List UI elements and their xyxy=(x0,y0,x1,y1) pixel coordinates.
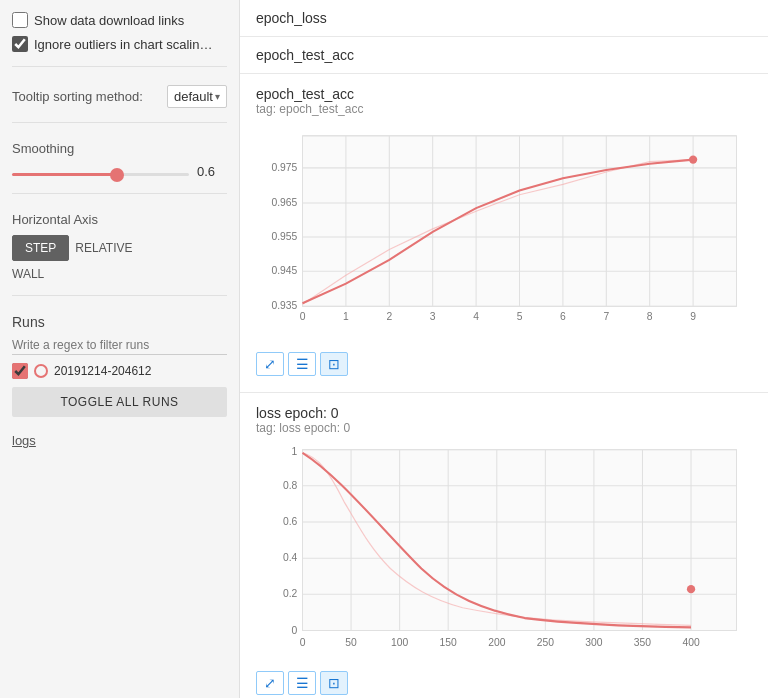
chart-title-acc: epoch_test_acc xyxy=(256,86,752,102)
tooltip-select[interactable]: default ▾ xyxy=(167,85,227,108)
step-button[interactable]: STEP xyxy=(12,235,69,261)
chart-section-acc: epoch_test_acc tag: epoch_test_acc xyxy=(240,74,768,393)
axis-buttons: STEP RELATIVE xyxy=(12,235,227,261)
divider-1 xyxy=(12,66,227,67)
smoothing-section: Smoothing 0.6 xyxy=(12,141,227,179)
run-checkbox[interactable] xyxy=(12,363,28,379)
show-download-label: Show data download links xyxy=(34,13,184,28)
svg-text:150: 150 xyxy=(440,637,457,648)
svg-text:350: 350 xyxy=(634,637,651,648)
svg-point-66 xyxy=(687,585,695,593)
divider-4 xyxy=(12,295,227,296)
svg-text:50: 50 xyxy=(345,637,357,648)
acc-chart-svg: 0.935 0.945 0.955 0.965 0.975 0 1 2 3 4 … xyxy=(256,124,752,344)
smoothing-title: Smoothing xyxy=(12,141,227,156)
chart-title-loss: loss epoch: 0 xyxy=(256,405,752,421)
logs-link[interactable]: logs xyxy=(12,433,227,448)
divider-3 xyxy=(12,193,227,194)
right-panel: epoch_loss epoch_test_acc epoch_test_acc… xyxy=(240,0,768,698)
tooltip-value: default xyxy=(174,89,213,104)
svg-text:100: 100 xyxy=(391,637,408,648)
svg-text:0.2: 0.2 xyxy=(283,588,298,599)
axis-title: Horizontal Axis xyxy=(12,212,227,227)
svg-text:7: 7 xyxy=(603,311,609,322)
ignore-outliers-label: Ignore outliers in chart scalin… xyxy=(34,37,212,52)
slider-container xyxy=(12,164,189,179)
smoothing-slider[interactable] xyxy=(12,173,189,176)
data-button-loss[interactable]: ☰ xyxy=(288,671,316,695)
svg-text:400: 400 xyxy=(682,637,699,648)
svg-text:1: 1 xyxy=(343,311,349,322)
chart-wrapper-acc: 0.935 0.945 0.955 0.965 0.975 0 1 2 3 4 … xyxy=(256,124,752,344)
expand-button-loss[interactable]: ⤢ xyxy=(256,671,284,695)
tooltip-label: Tooltip sorting method: xyxy=(12,89,159,104)
svg-text:300: 300 xyxy=(585,637,602,648)
chart-section-loss: loss epoch: 0 tag: loss epoch: 0 xyxy=(240,393,768,698)
ignore-outliers-checkbox[interactable] xyxy=(12,36,28,52)
svg-text:0: 0 xyxy=(300,311,306,322)
smoothing-value: 0.6 xyxy=(197,164,227,179)
slider-row: 0.6 xyxy=(12,164,227,179)
chart-subtitle-loss: tag: loss epoch: 0 xyxy=(256,421,752,435)
metric-item-epoch-test-acc[interactable]: epoch_test_acc xyxy=(240,37,768,74)
svg-text:0.965: 0.965 xyxy=(271,197,297,208)
metric-item-epoch-loss[interactable]: epoch_loss xyxy=(240,0,768,37)
svg-text:2: 2 xyxy=(386,311,392,322)
show-download-row: Show data download links xyxy=(12,12,227,28)
show-download-checkbox[interactable] xyxy=(12,12,28,28)
svg-point-33 xyxy=(689,155,697,163)
svg-text:3: 3 xyxy=(430,311,436,322)
fit-button-loss[interactable]: ⊡ xyxy=(320,671,348,695)
svg-text:200: 200 xyxy=(488,637,505,648)
left-panel: Show data download links Ignore outliers… xyxy=(0,0,240,698)
relative-button[interactable]: RELATIVE xyxy=(75,236,132,260)
svg-text:0.975: 0.975 xyxy=(271,162,297,173)
fit-button-acc[interactable]: ⊡ xyxy=(320,352,348,376)
chart-controls-acc: ⤢ ☰ ⊡ xyxy=(256,352,752,376)
svg-text:0.4: 0.4 xyxy=(283,552,298,563)
svg-text:9: 9 xyxy=(690,311,696,322)
svg-text:6: 6 xyxy=(560,311,566,322)
runs-section: Runs 20191214-204612 TOGGLE ALL RUNS xyxy=(12,314,227,417)
svg-text:5: 5 xyxy=(517,311,523,322)
svg-text:0.935: 0.935 xyxy=(271,300,297,311)
svg-text:0.8: 0.8 xyxy=(283,480,298,491)
svg-text:1: 1 xyxy=(292,446,298,457)
svg-text:0: 0 xyxy=(300,637,306,648)
tooltip-row: Tooltip sorting method: default ▾ xyxy=(12,85,227,108)
svg-text:250: 250 xyxy=(537,637,554,648)
toggle-all-runs-button[interactable]: TOGGLE ALL RUNS xyxy=(12,387,227,417)
svg-text:0: 0 xyxy=(292,625,298,636)
dropdown-arrow-icon: ▾ xyxy=(215,91,220,102)
loss-chart-svg: 0 0.2 0.4 0.6 0.8 1 0 50 100 150 200 250… xyxy=(256,443,752,663)
chart-controls-loss: ⤢ ☰ ⊡ xyxy=(256,671,752,695)
chart-subtitle-acc: tag: epoch_test_acc xyxy=(256,102,752,116)
expand-button-acc[interactable]: ⤢ xyxy=(256,352,284,376)
svg-text:0.945: 0.945 xyxy=(271,265,297,276)
svg-text:0.955: 0.955 xyxy=(271,231,297,242)
chart-wrapper-loss: 0 0.2 0.4 0.6 0.8 1 0 50 100 150 200 250… xyxy=(256,443,752,663)
axis-section: Horizontal Axis STEP RELATIVE WALL xyxy=(12,212,227,281)
svg-text:4: 4 xyxy=(473,311,479,322)
run-row: 20191214-204612 xyxy=(12,363,227,379)
svg-text:0.6: 0.6 xyxy=(283,516,298,527)
ignore-outliers-row: Ignore outliers in chart scalin… xyxy=(12,36,227,52)
runs-filter-input[interactable] xyxy=(12,336,227,355)
data-button-acc[interactable]: ☰ xyxy=(288,352,316,376)
run-name: 20191214-204612 xyxy=(54,364,151,378)
divider-2 xyxy=(12,122,227,123)
wall-label: WALL xyxy=(12,267,227,281)
svg-text:8: 8 xyxy=(647,311,653,322)
runs-title: Runs xyxy=(12,314,227,330)
run-circle-icon xyxy=(34,364,48,378)
